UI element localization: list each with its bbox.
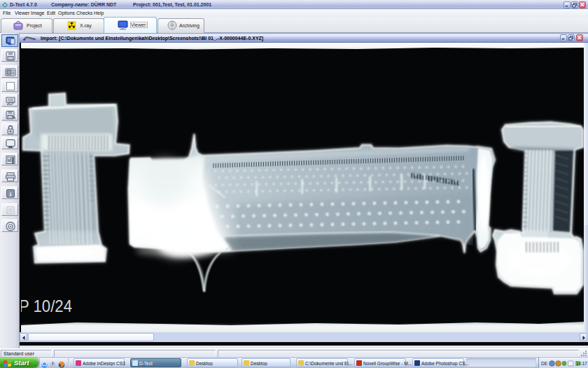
svg-text:P 10/24: P 10/24 (21, 297, 72, 315)
